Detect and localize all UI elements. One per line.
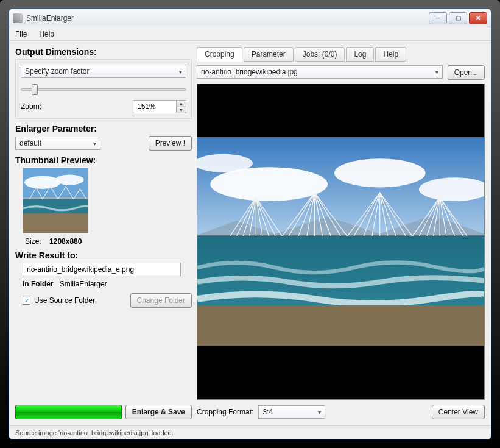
menubar: File Help: [9, 27, 491, 41]
image-preview[interactable]: [197, 84, 485, 400]
svg-point-4: [24, 176, 60, 189]
thumbnail-heading: Thumbnail Preview:: [15, 155, 192, 165]
source-file-combo[interactable]: rio-antirio_bridgewikipedia.jpg: [197, 65, 443, 79]
close-button[interactable]: ✕: [469, 12, 487, 24]
output-dimensions-group: Specify zoom factor Zoom: 151% ▲ ▼: [15, 59, 192, 119]
param-preset-combo[interactable]: default: [15, 137, 100, 150]
center-view-button[interactable]: Center View: [432, 405, 485, 419]
preview-image: [197, 137, 484, 346]
svg-point-5: [55, 175, 84, 185]
minimize-button[interactable]: ─: [429, 12, 447, 24]
preview-button[interactable]: Preview !: [149, 136, 192, 151]
tab-cropping[interactable]: Cropping: [197, 47, 242, 62]
size-label: Size:: [25, 237, 41, 246]
enlarger-parameter-heading: Enlarger Parameter:: [15, 124, 192, 133]
output-dimensions-heading: Output Dimensions:: [15, 47, 192, 57]
right-panel: Cropping Parameter Jobs: (0/0) Log Help …: [197, 47, 485, 419]
menu-help[interactable]: Help: [37, 29, 57, 40]
tab-parameter[interactable]: Parameter: [244, 47, 294, 62]
zoom-label: Zoom:: [21, 102, 41, 111]
zoom-input[interactable]: 151% ▲ ▼: [133, 100, 186, 113]
tab-jobs[interactable]: Jobs: (0/0): [295, 47, 345, 62]
thumbnail-preview: [23, 168, 88, 233]
change-folder-button[interactable]: Change Folder: [130, 293, 192, 308]
folder-value: SmillaEnlarger: [60, 280, 107, 288]
maximize-button[interactable]: ▢: [449, 12, 467, 24]
open-button[interactable]: Open...: [448, 65, 485, 80]
enlarge-save-button[interactable]: Enlarge & Save: [125, 405, 192, 419]
menu-file[interactable]: File: [13, 29, 29, 40]
svg-rect-1: [23, 197, 88, 199]
use-source-folder-checkbox[interactable]: ✓: [23, 297, 30, 305]
titlebar: SmillaEnlarger ─ ▢ ✕: [9, 9, 491, 27]
zoom-spin-down[interactable]: ▼: [177, 107, 186, 113]
cropping-format-label: Cropping Format:: [197, 408, 253, 416]
svg-point-8: [334, 159, 426, 188]
in-folder-label: in Folder: [23, 280, 54, 288]
zoom-slider[interactable]: [21, 84, 186, 95]
thumbnail-image: [23, 168, 88, 233]
window-title: SmillaEnlarger: [26, 14, 429, 23]
write-result-heading: Write Result to:: [15, 251, 192, 260]
app-icon: [13, 13, 23, 23]
tabs: Cropping Parameter Jobs: (0/0) Log Help: [197, 47, 485, 62]
output-filename-input[interactable]: rio-antirio_bridgewikipedia_e.png: [23, 263, 181, 276]
tab-log[interactable]: Log: [346, 47, 374, 62]
cropping-format-combo[interactable]: 3:4: [258, 405, 325, 419]
size-value: 1208x880: [49, 237, 82, 246]
tab-help[interactable]: Help: [375, 47, 406, 62]
left-panel: Output Dimensions: Specify zoom factor Z…: [15, 47, 192, 419]
use-source-folder-label: Use Source Folder: [34, 296, 95, 305]
svg-rect-18: [197, 305, 484, 346]
progress-bar: [15, 405, 122, 419]
dimension-mode-combo[interactable]: Specify zoom factor: [21, 65, 186, 78]
status-text: Source image 'rio-antirio_bridgewikipedi…: [15, 429, 174, 436]
svg-rect-3: [23, 213, 88, 233]
zoom-spin-up[interactable]: ▲: [177, 101, 186, 107]
slider-thumb[interactable]: [32, 84, 38, 95]
statusbar: Source image 'rio-antirio_bridgewikipedi…: [9, 425, 491, 439]
app-window: SmillaEnlarger ─ ▢ ✕ File Help Output Di…: [9, 9, 491, 439]
